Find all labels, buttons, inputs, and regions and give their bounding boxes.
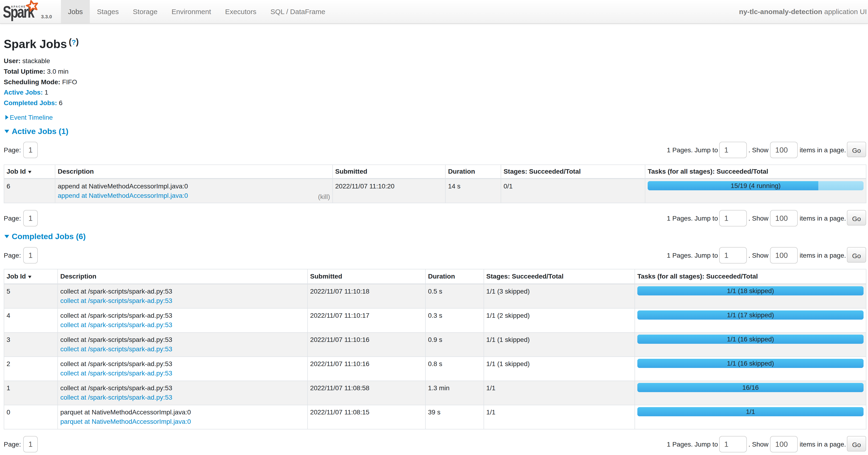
svg-text:APACHE: APACHE bbox=[11, 5, 26, 8]
